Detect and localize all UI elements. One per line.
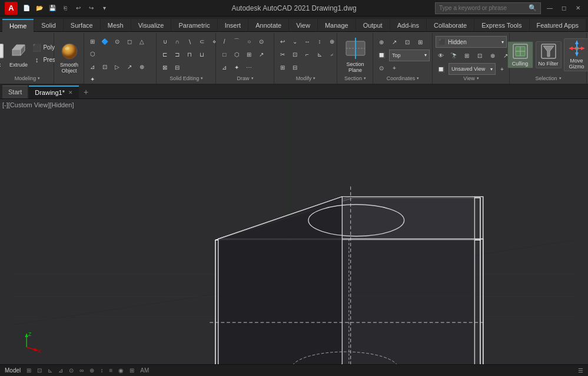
solid-edit-btn-6[interactable]: ⊏: [160, 48, 171, 60]
view-preset-dropdown[interactable]: Unsaved View ▾: [449, 63, 496, 75]
mesh-btn-8[interactable]: ⊡: [99, 61, 111, 72]
tab-drawing1[interactable]: Drawing1* ✕: [29, 85, 79, 98]
ducs-btn[interactable]: ⊕: [89, 367, 94, 374]
tab-insert[interactable]: Insert: [218, 19, 248, 31]
tab-parametric[interactable]: Parametric: [171, 19, 217, 31]
new-tab-button[interactable]: +: [80, 86, 92, 98]
mesh-btn-12[interactable]: ✦: [87, 73, 99, 85]
tab-drawing1-close[interactable]: ✕: [68, 90, 73, 95]
solid-edit-btn-7[interactable]: ⊐: [172, 48, 184, 60]
modify-btn-12[interactable]: ⊟: [290, 61, 301, 73]
extrude-button[interactable]: Extrude: [8, 41, 29, 69]
save-btn[interactable]: 💾: [47, 3, 58, 14]
modify-btn-2[interactable]: ⌄: [290, 35, 301, 47]
osnap-btn[interactable]: ⊙: [69, 367, 74, 374]
restore-btn[interactable]: ◻: [559, 3, 569, 14]
grid-btn[interactable]: ⊞: [26, 367, 31, 374]
draw-btn-4[interactable]: ⊙: [256, 35, 268, 47]
modify-btn-5[interactable]: ⊕: [327, 35, 338, 47]
solid-edit-btn-10[interactable]: ⊠: [160, 61, 171, 73]
solid-edit-btn-1[interactable]: ∪: [160, 35, 171, 47]
mesh-btn-9[interactable]: ▷: [112, 61, 124, 72]
modify-btn-6[interactable]: ✂: [277, 48, 289, 60]
mesh-btn-1[interactable]: ⊞: [87, 35, 99, 47]
solid-edit-btn-11[interactable]: ⊟: [172, 61, 184, 73]
tab-view[interactable]: View: [289, 19, 317, 31]
draw-btn-10[interactable]: ✦: [231, 61, 243, 73]
section-group-label[interactable]: Section ▾: [340, 75, 370, 83]
customization-btn[interactable]: ☰: [578, 367, 583, 374]
draw-btn-7[interactable]: ⊞: [244, 48, 255, 60]
mesh-btn-4[interactable]: ◻: [124, 35, 136, 47]
tab-featured[interactable]: Featured Apps: [530, 19, 586, 31]
coord-btn-5[interactable]: 🔲: [376, 50, 388, 61]
dyn-btn[interactable]: ↕: [100, 367, 103, 374]
tab-output[interactable]: Output: [356, 19, 390, 31]
move-gizmo-button[interactable]: MoveGizmo: [564, 38, 589, 71]
open-btn[interactable]: 📂: [34, 3, 45, 14]
coord-btn-2[interactable]: ↗: [389, 37, 401, 48]
mesh-btn-2[interactable]: 🔷: [99, 35, 111, 47]
view-group-label[interactable]: View ▾: [436, 75, 507, 83]
solid-edit-btn-8[interactable]: ⊓: [184, 48, 196, 60]
tab-annotate[interactable]: Annotate: [248, 19, 288, 31]
coord-btn-1[interactable]: ⊕: [376, 37, 388, 48]
draw-btn-11[interactable]: ⋯: [244, 61, 255, 73]
modify-btn-10[interactable]: ⌿: [327, 48, 338, 60]
tab-addins[interactable]: Add-ins: [390, 19, 426, 31]
canvas-area[interactable]: [-][Custom View][Hidden]: [0, 99, 588, 364]
am-btn[interactable]: AM: [140, 367, 149, 374]
section-plane-button[interactable]: SectionPlane: [341, 35, 370, 74]
draw-btn-1[interactable]: /: [219, 35, 231, 47]
lwt-btn[interactable]: ≡: [109, 367, 112, 374]
smooth-object-button[interactable]: SmoothObject: [58, 41, 81, 75]
draw-btn-2[interactable]: ⌒: [231, 35, 243, 47]
selection-group-label[interactable]: Selection ▾: [513, 75, 584, 83]
mesh-btn-11[interactable]: ⊕: [137, 61, 148, 72]
solid-edit-btn-2[interactable]: ∩: [172, 35, 184, 47]
tab-manage[interactable]: Manage: [318, 19, 356, 31]
modify-btn-1[interactable]: ↩: [277, 35, 289, 47]
modify-btn-7[interactable]: ⊡: [290, 48, 301, 60]
tab-mesh[interactable]: Mesh: [101, 19, 131, 31]
polar-btn[interactable]: ⊿: [58, 367, 63, 374]
model-space-btn[interactable]: Model: [5, 367, 21, 374]
modify-btn-3[interactable]: ↔: [302, 35, 314, 47]
tab-home[interactable]: Home: [2, 19, 34, 32]
close-btn[interactable]: ✕: [573, 3, 583, 14]
mesh-btn-10[interactable]: ↗: [124, 61, 136, 72]
view-icon-btn-5[interactable]: ⊕: [487, 50, 499, 61]
coord-plus-btn[interactable]: +: [389, 62, 401, 74]
saveas-btn[interactable]: ⎗: [60, 3, 71, 14]
minimize-btn[interactable]: —: [544, 3, 555, 14]
tab-solid[interactable]: Solid: [34, 19, 62, 31]
draw-btn-8[interactable]: ↗: [256, 48, 268, 60]
view-icon-btn-1[interactable]: 👁: [436, 50, 447, 61]
mesh-btn-3[interactable]: ⊙: [112, 35, 124, 47]
tab-start[interactable]: Start: [2, 85, 28, 98]
modeling-group-label[interactable]: Modeling ▾: [4, 75, 51, 83]
coordinates-group-label[interactable]: Coordinates ▾: [376, 75, 430, 83]
tab-collaborate[interactable]: Collaborate: [427, 19, 474, 31]
qp-btn[interactable]: ◉: [118, 367, 124, 374]
more-qa-btn[interactable]: ▾: [99, 3, 109, 14]
box-button[interactable]: ⬜ Box: [0, 41, 6, 69]
coord-btn-6[interactable]: ⊙: [376, 62, 388, 74]
mesh-btn-7[interactable]: ⊿: [87, 61, 99, 72]
sc-btn[interactable]: ⊞: [129, 367, 134, 374]
coordinates-dropdown[interactable]: Top ▾: [389, 50, 430, 61]
mesh-btn-5[interactable]: △: [137, 35, 148, 47]
undo-btn[interactable]: ↩: [73, 3, 84, 14]
draw-group-label[interactable]: Draw ▾: [219, 75, 271, 83]
modify-btn-4[interactable]: ↕: [314, 35, 326, 47]
view-icon-btn-7[interactable]: 🔲: [436, 63, 447, 75]
culling-button[interactable]: Culling: [507, 41, 533, 68]
redo-btn[interactable]: ↪: [86, 3, 97, 14]
modify-btn-11[interactable]: ⊞: [277, 61, 289, 73]
tab-visualize[interactable]: Visualize: [131, 19, 171, 31]
solid-editing-group-label[interactable]: Solid Editing ▾: [160, 75, 213, 83]
mesh-btn-6[interactable]: ⬡: [87, 48, 99, 60]
tab-express[interactable]: Express Tools: [474, 19, 529, 31]
autocad-logo[interactable]: A: [5, 2, 18, 15]
solid-edit-btn-4[interactable]: ⊂: [197, 35, 208, 47]
